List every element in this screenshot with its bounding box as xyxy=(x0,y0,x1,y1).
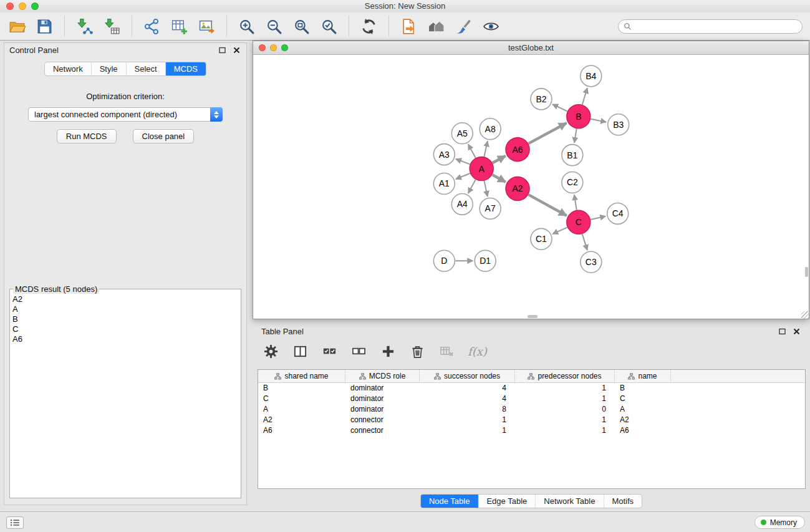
function-builder-button[interactable]: f(x) xyxy=(468,343,487,359)
close-window-button[interactable] xyxy=(6,2,14,10)
table-cell[interactable]: 0 xyxy=(515,404,615,415)
float-panel-button[interactable] xyxy=(217,45,227,55)
delete-column-button[interactable] xyxy=(409,343,425,359)
graph-node-A3[interactable]: A3 xyxy=(433,144,455,165)
resize-grip[interactable] xyxy=(801,311,809,319)
open-network-file-button[interactable] xyxy=(398,16,420,37)
table-row[interactable]: Bdominator41B xyxy=(258,383,805,394)
style-brush-button[interactable] xyxy=(453,16,475,37)
network-vertical-scrollbar[interactable] xyxy=(805,267,808,277)
table-cell[interactable]: 1 xyxy=(420,415,515,425)
new-network-button[interactable] xyxy=(141,16,163,37)
table-cell[interactable]: 4 xyxy=(420,383,515,394)
graph-node-A5[interactable]: A5 xyxy=(451,123,473,144)
save-session-button[interactable] xyxy=(34,16,55,37)
table-settings-button[interactable] xyxy=(263,343,279,359)
edge-C-C4[interactable] xyxy=(591,216,605,220)
table-cell[interactable]: A2 xyxy=(615,415,671,425)
edge-A-A8[interactable] xyxy=(484,141,487,157)
tab-network-table[interactable]: Network Table xyxy=(535,495,603,508)
search-box[interactable] xyxy=(618,19,803,34)
column-header-shared-name[interactable]: shared name xyxy=(258,370,345,382)
home-button[interactable] xyxy=(425,16,447,37)
edge-A6-B[interactable] xyxy=(529,123,567,143)
graph-node-B2[interactable]: B2 xyxy=(531,89,552,110)
column-header-predecessor-nodes[interactable]: predecessor nodes xyxy=(515,370,615,382)
table-cell[interactable]: B xyxy=(258,383,345,394)
edge-A-A1[interactable] xyxy=(456,173,470,179)
deselect-all-columns-button[interactable] xyxy=(350,343,367,359)
close-panel-action-button[interactable]: Close panel xyxy=(133,129,195,143)
tab-motifs[interactable]: Motifs xyxy=(603,495,642,508)
optimization-criterion-select[interactable]: largest connected component (directed) xyxy=(28,107,223,122)
mcds-result-item[interactable]: B xyxy=(12,314,238,324)
network-window-titlebar[interactable]: testGlobe.txt xyxy=(253,41,809,55)
edge-C-C3[interactable] xyxy=(582,234,587,250)
tab-select[interactable]: Select xyxy=(126,62,165,75)
search-input[interactable] xyxy=(635,21,797,32)
minimize-window-button[interactable] xyxy=(19,2,26,10)
graph-node-C2[interactable]: C2 xyxy=(562,172,583,193)
zoom-in-button[interactable] xyxy=(236,16,258,37)
import-network-button[interactable] xyxy=(74,16,95,37)
graph-node-B1[interactable]: B1 xyxy=(562,145,583,166)
import-table-button[interactable] xyxy=(101,16,123,37)
table-cell[interactable]: connector xyxy=(345,425,420,436)
edge-B-B3[interactable] xyxy=(591,119,606,122)
network-zoom-button[interactable] xyxy=(281,44,288,51)
tab-edge-table[interactable]: Edge Table xyxy=(478,495,535,508)
mcds-result-item[interactable]: A6 xyxy=(12,334,238,344)
tab-node-table[interactable]: Node Table xyxy=(421,495,478,508)
zoom-fit-button[interactable] xyxy=(291,16,312,37)
zoom-selected-button[interactable] xyxy=(318,16,340,37)
edge-A-A4[interactable] xyxy=(468,180,476,193)
network-canvas[interactable]: B4B2BB3A5A8A6B1A3AA1C2A2A4A7C4C1CC3DD1 xyxy=(253,55,809,319)
close-table-panel-button[interactable] xyxy=(791,326,801,336)
edge-B-B2[interactable] xyxy=(552,104,567,111)
graph-node-C1[interactable]: C1 xyxy=(531,228,552,249)
create-column-button[interactable] xyxy=(380,343,396,359)
table-cell[interactable]: A xyxy=(258,404,345,415)
new-table-button[interactable] xyxy=(168,16,190,37)
edge-A2-C[interactable] xyxy=(529,195,567,216)
table-row[interactable]: A2connector11A2 xyxy=(258,415,805,425)
graph-node-C[interactable]: C xyxy=(567,210,591,234)
open-session-button[interactable] xyxy=(6,16,28,37)
network-minimize-button[interactable] xyxy=(270,44,277,51)
graph-node-C4[interactable]: C4 xyxy=(607,203,629,224)
graph-node-A8[interactable]: A8 xyxy=(480,118,501,140)
table-cell[interactable]: A6 xyxy=(615,425,671,436)
tab-mcds[interactable]: MCDS xyxy=(165,62,206,75)
zoom-out-button[interactable] xyxy=(263,16,285,37)
table-cell[interactable]: dominator xyxy=(345,394,420,404)
table-row[interactable]: Adominator80A xyxy=(258,404,805,415)
refresh-button[interactable] xyxy=(358,16,380,37)
column-header-MCDS-role[interactable]: MCDS role xyxy=(345,370,420,382)
graph-node-C3[interactable]: C3 xyxy=(581,251,602,273)
zoom-window-button[interactable] xyxy=(31,2,39,10)
graph-node-B[interactable]: B xyxy=(567,105,591,128)
graph-node-A7[interactable]: A7 xyxy=(480,198,501,219)
table-row[interactable]: Cdominator41C xyxy=(258,394,805,404)
edge-C-C1[interactable] xyxy=(552,228,567,235)
mcds-result-list[interactable]: A2ABCA6 xyxy=(12,294,238,344)
float-table-panel-button[interactable] xyxy=(777,326,787,336)
network-close-button[interactable] xyxy=(259,44,266,51)
edge-A-A7[interactable] xyxy=(484,181,487,196)
table-cell[interactable]: 1 xyxy=(515,383,615,394)
edge-A-A6[interactable] xyxy=(493,156,506,163)
table-cell[interactable]: connector xyxy=(345,415,420,425)
table-cell[interactable]: B xyxy=(615,383,671,394)
export-image-button[interactable] xyxy=(196,16,218,37)
table-cell[interactable]: dominator xyxy=(345,383,420,394)
table-cell[interactable]: 1 xyxy=(420,425,515,436)
table-row[interactable]: A6connector11A6 xyxy=(258,425,805,436)
table-cell[interactable]: C xyxy=(258,394,345,404)
edge-C-C2[interactable] xyxy=(574,195,577,210)
table-cell[interactable]: dominator xyxy=(345,404,420,415)
table-cell[interactable]: A6 xyxy=(258,425,345,436)
edge-B-B1[interactable] xyxy=(574,128,577,142)
tab-style[interactable]: Style xyxy=(91,62,126,75)
select-all-columns-button[interactable] xyxy=(321,343,337,359)
column-header-name[interactable]: name xyxy=(615,370,671,382)
